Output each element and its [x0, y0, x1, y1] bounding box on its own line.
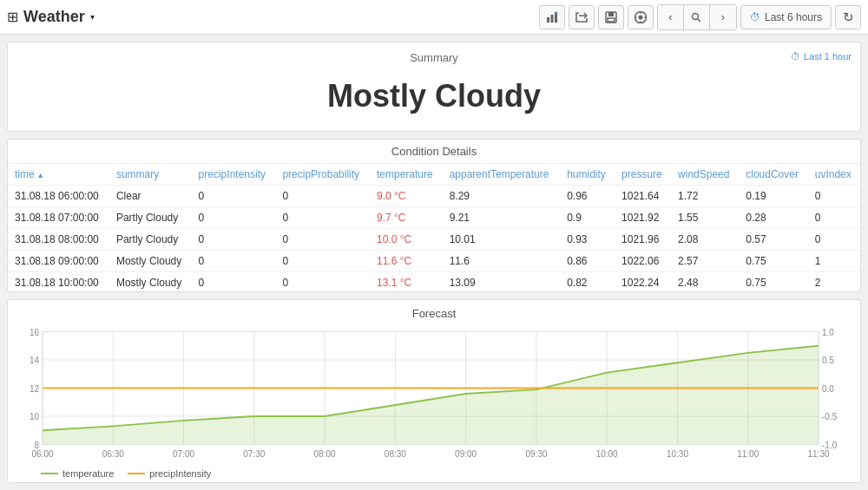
svg-text:-0.5: -0.5 — [822, 412, 838, 421]
summary-badge-label: Last 1 hour — [804, 51, 852, 62]
svg-text:09:00: 09:00 — [455, 449, 477, 459]
col-precip-intensity[interactable]: precipIntensity — [192, 164, 276, 186]
svg-line-14 — [698, 18, 701, 22]
cell-pressure: 1021.96 — [615, 229, 671, 251]
svg-text:10:30: 10:30 — [667, 449, 688, 459]
svg-text:08:30: 08:30 — [385, 449, 406, 459]
time-range-button[interactable]: ⏱ Last 6 hours — [740, 5, 832, 29]
condition-table: time summary precipIntensity precipProba… — [8, 164, 860, 292]
cell-uvindex: 0 — [808, 229, 860, 251]
table-row: 31.08.18 07:00:00Partly Cloudy009.7 °C9.… — [8, 207, 860, 229]
cell-windspeed: 1.55 — [671, 207, 739, 229]
grid-icon: ⊞ — [7, 9, 18, 25]
svg-text:1.0: 1.0 — [822, 328, 834, 337]
cell-uvindex: 2 — [808, 272, 860, 292]
svg-text:08:00: 08:00 — [314, 449, 336, 459]
share-button[interactable] — [569, 5, 595, 29]
summary-panel: Summary ⏱ Last 1 hour Mostly Cloudy — [7, 42, 861, 132]
col-time[interactable]: time — [8, 164, 109, 186]
save-button[interactable] — [598, 5, 624, 29]
svg-text:11:00: 11:00 — [737, 449, 759, 459]
nav-prev-button[interactable]: ‹ — [658, 5, 684, 29]
cell-temperature: 9.0 °C — [370, 186, 443, 207]
cell-time: 31.08.18 08:00:00 — [8, 229, 109, 251]
forecast-panel: Forecast 8101214161.00.50.0-0.5-1.006:00… — [7, 299, 861, 483]
table-row: 31.08.18 09:00:00Mostly Cloudy0011.6 °C1… — [8, 251, 860, 272]
svg-rect-9 — [640, 11, 641, 14]
svg-text:06:00: 06:00 — [31, 449, 53, 459]
svg-rect-12 — [644, 16, 647, 18]
zoom-button[interactable] — [684, 5, 710, 29]
legend-temperature-label: temperature — [62, 468, 114, 479]
cell-precipintensity: 0 — [192, 207, 276, 229]
col-precip-probability[interactable]: precipProbability — [275, 164, 370, 186]
cell-summary: Partly Cloudy — [109, 207, 192, 229]
svg-text:14: 14 — [30, 356, 40, 365]
cell-pressure: 1022.24 — [615, 272, 671, 292]
cell-summary: Clear — [109, 186, 192, 207]
svg-text:06:30: 06:30 — [102, 449, 124, 459]
cell-precipprobability: 0 — [275, 251, 370, 272]
col-wind-speed[interactable]: windSpeed — [671, 164, 739, 186]
svg-text:09:30: 09:30 — [525, 449, 547, 459]
refresh-button[interactable]: ↻ — [835, 5, 861, 29]
nav-next-button[interactable]: › — [710, 5, 736, 29]
col-humidity[interactable]: humidity — [560, 164, 615, 186]
svg-rect-1 — [550, 15, 553, 23]
cell-temperature: 13.1 °C — [370, 272, 443, 292]
col-uv-index[interactable]: uvIndex — [808, 164, 860, 186]
cell-summary: Partly Cloudy — [109, 229, 192, 251]
summary-badge: ⏱ Last 1 hour — [791, 51, 852, 62]
cell-precipprobability: 0 — [275, 229, 370, 251]
nav-group: ‹ › — [657, 4, 737, 30]
svg-text:0.5: 0.5 — [822, 356, 834, 365]
cell-summary: Mostly Cloudy — [109, 272, 192, 292]
cell-uvindex: 1 — [808, 251, 860, 272]
cell-time: 31.08.18 10:00:00 — [8, 272, 109, 292]
cell-cloudcover: 0.75 — [739, 272, 808, 292]
svg-text:16: 16 — [30, 328, 40, 337]
cell-apparenttemperature: 10.01 — [443, 229, 561, 251]
cell-temperature: 9.7 °C — [370, 207, 443, 229]
cell-precipprobability: 0 — [275, 207, 370, 229]
cell-cloudcover: 0.19 — [739, 186, 808, 207]
cell-humidity: 0.93 — [560, 229, 615, 251]
add-chart-button[interactable]: + — [539, 5, 565, 29]
svg-text:10:00: 10:00 — [596, 449, 618, 459]
cell-pressure: 1021.92 — [615, 207, 671, 229]
cell-apparenttemperature: 13.09 — [443, 272, 561, 292]
cell-humidity: 0.86 — [560, 251, 615, 272]
forecast-title: Forecast — [15, 307, 853, 320]
cell-temperature: 11.6 °C — [370, 251, 443, 272]
svg-point-8 — [638, 15, 642, 19]
cell-apparenttemperature: 9.21 — [443, 207, 561, 229]
legend-temperature: temperature — [41, 468, 114, 479]
svg-point-13 — [693, 13, 699, 19]
cell-precipintensity: 0 — [192, 272, 276, 292]
dropdown-arrow[interactable]: ▾ — [90, 12, 95, 22]
svg-text:07:30: 07:30 — [243, 449, 265, 459]
cell-cloudcover: 0.28 — [739, 207, 808, 229]
svg-text:12: 12 — [30, 384, 40, 394]
cell-windspeed: 2.57 — [671, 251, 739, 272]
cell-cloudcover: 0.75 — [739, 251, 808, 272]
cell-summary: Mostly Cloudy — [109, 251, 192, 272]
legend-precipitation-line — [128, 473, 145, 474]
col-apparent-temperature[interactable]: apparentTemperature — [443, 164, 561, 186]
cell-precipintensity: 0 — [192, 251, 276, 272]
col-temperature[interactable]: temperature — [370, 164, 443, 186]
cell-time: 31.08.18 07:00:00 — [8, 207, 109, 229]
svg-rect-6 — [608, 12, 614, 16]
legend-precipitation: precipIntensity — [128, 468, 211, 479]
col-pressure[interactable]: pressure — [615, 164, 671, 186]
cell-uvindex: 0 — [808, 207, 860, 229]
col-summary[interactable]: summary — [109, 164, 192, 186]
settings-button[interactable] — [628, 5, 654, 29]
main-content: Summary ⏱ Last 1 hour Mostly Cloudy Cond… — [0, 35, 868, 490]
table-header-row: time summary precipIntensity precipProba… — [8, 164, 860, 186]
condition-details-panel: Condition Details time summary precipInt… — [7, 139, 861, 292]
cell-uvindex: 0 — [808, 186, 860, 207]
cell-time: 31.08.18 09:00:00 — [8, 251, 109, 272]
chart-legend: temperature precipIntensity — [15, 465, 853, 479]
col-cloud-cover[interactable]: cloudCover — [739, 164, 808, 186]
